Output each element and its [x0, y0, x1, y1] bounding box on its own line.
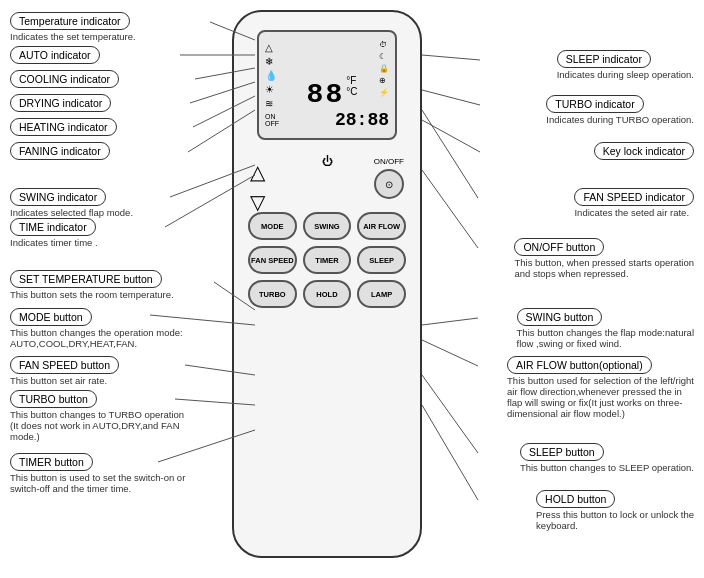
onoff-area: ON/OFF ⊙: [374, 157, 404, 199]
on-indicator: ON OFF: [265, 113, 279, 127]
sleep-button[interactable]: SLEEP: [357, 246, 406, 274]
set-temp-pill: SET TEMPERATURE button: [10, 270, 162, 288]
cooling-indicator-label: COOLING indicator: [10, 70, 119, 88]
turbo-pill: TURBO button: [10, 390, 97, 408]
hold-button-label: HOLD button Press this button to lock or…: [536, 490, 694, 531]
sleep-indicator-pill: SLEEP indicator: [557, 50, 651, 68]
diagram-container: △ ❄ 💧 ☀ ≋ ⏱ ☾ 🔒 ⊕ ⚡ 88 °F °C: [0, 0, 704, 578]
svg-line-17: [422, 170, 478, 248]
power-symbol: ⏻: [322, 155, 333, 167]
onoff-button-label: ON/OFF button This button, when pressed …: [514, 238, 694, 279]
sun-icon: ☀: [265, 84, 277, 95]
svg-line-13: [422, 55, 480, 60]
turbo-indicator-pill: TURBO indicator: [546, 95, 643, 113]
svg-line-20: [422, 375, 478, 453]
faning-indicator-pill: FANING indicator: [10, 142, 110, 160]
turbo-button[interactable]: TURBO: [248, 280, 297, 308]
nav-arrows: △ ▽: [250, 160, 265, 214]
hold-desc: Press this button to lock or unlock thek…: [536, 509, 694, 531]
onoff-pill: ON/OFF button: [514, 238, 604, 256]
turbo-indicator-label: TURBO indicator Indicates during TURBO o…: [546, 95, 694, 125]
clock-icon: ⏱: [379, 40, 389, 49]
swing-indicator-pill: SWING indicator: [10, 188, 106, 206]
auto-indicator-pill: AUTO indicator: [10, 46, 100, 64]
timer-button[interactable]: TIMER: [303, 246, 352, 274]
sleep-button-pill: SLEEP button: [520, 443, 604, 461]
onoff-button[interactable]: ⊙: [374, 169, 404, 199]
turbo-desc: This button changes to TURBO operation(I…: [10, 409, 184, 442]
key-lock-indicator-label: Key lock indicator: [594, 142, 694, 160]
mode-button[interactable]: MODE: [248, 212, 297, 240]
drying-indicator-pill: DRYING indicator: [10, 94, 111, 112]
airflow-button-label: AIR FLOW button(optional) This button us…: [507, 356, 694, 419]
faning-indicator-label: FANING indicator: [10, 142, 110, 160]
snowflake-icon: ❄: [265, 56, 277, 67]
fan-speed-indicator-label: FAN SPEED indicator Indicates the seted …: [574, 188, 694, 218]
hold-button[interactable]: HOLD: [303, 280, 352, 308]
lock-icon: 🔒: [379, 64, 389, 73]
time-display: 28:88: [335, 110, 389, 130]
unit-c: °C: [346, 86, 357, 97]
sleep-indicator-desc: Indicates during sleep operation.: [557, 69, 694, 80]
airflow-pill: AIR FLOW button(optional): [507, 356, 652, 374]
water-icon: 💧: [265, 70, 277, 81]
remote-body: △ ❄ 💧 ☀ ≋ ⏱ ☾ 🔒 ⊕ ⚡ 88 °F °C: [232, 10, 422, 558]
key-lock-pill: Key lock indicator: [594, 142, 694, 160]
airflow-button[interactable]: AIR FLOW: [357, 212, 406, 240]
svg-line-15: [422, 120, 480, 152]
sleep-indicator-label: SLEEP indicator Indicates during sleep o…: [557, 50, 694, 80]
wind-icon: ≋: [265, 98, 277, 109]
onoff-dots: ⊙: [385, 179, 393, 190]
temp-display: 88: [307, 79, 345, 110]
temp-indicator-pill: Temperature indicator: [10, 12, 130, 30]
moon-icon: ☾: [379, 52, 389, 61]
sleep-button-label: SLEEP button This button changes to SLEE…: [520, 443, 694, 473]
onoff-label: ON/OFF: [374, 157, 404, 166]
display-screen: △ ❄ 💧 ☀ ≋ ⏱ ☾ 🔒 ⊕ ⚡ 88 °F °C: [257, 30, 397, 140]
triangle-icon: △: [265, 42, 277, 53]
swing-button-pill: SWING button: [517, 308, 603, 326]
svg-line-19: [422, 340, 478, 366]
fan-speed-button-label: FAN SPEED button This button set air rat…: [10, 356, 119, 386]
hold-pill: HOLD button: [536, 490, 615, 508]
up-arrow[interactable]: △: [250, 160, 265, 184]
mode-desc: This button changes the operation mode:A…: [10, 327, 183, 349]
svg-line-16: [422, 110, 478, 198]
lamp-button[interactable]: LAMP: [357, 280, 406, 308]
button-grid: MODE SWING AIR FLOW FAN SPEED TIMER SLEE…: [248, 212, 406, 308]
swing-button[interactable]: SWING: [303, 212, 352, 240]
cooling-indicator-pill: COOLING indicator: [10, 70, 119, 88]
temperature-indicator-label: Temperature indicator Indicates the set …: [10, 12, 136, 42]
time-indicator-desc: Indicates timer time .: [10, 237, 98, 248]
airflow-desc: This button used for selection of the le…: [507, 375, 694, 419]
auto-indicator-label: AUTO indicator: [10, 46, 100, 64]
fan-speed-pill: FAN SPEED button: [10, 356, 119, 374]
timer-desc: This button is used to set the switch-on…: [10, 472, 185, 494]
heating-indicator-label: HEATING indicator: [10, 118, 117, 136]
display-left-icons: △ ❄ 💧 ☀ ≋: [265, 42, 277, 109]
swing-indicator-desc: Indicates selected flap mode.: [10, 207, 133, 218]
down-arrow[interactable]: ▽: [250, 190, 265, 214]
svg-line-14: [422, 90, 480, 105]
timer-button-label: TIMER button This button is used to set …: [10, 453, 185, 494]
time-indicator-pill: TIME indicator: [10, 218, 96, 236]
time-indicator-label: TIME indicator Indicates timer time .: [10, 218, 98, 248]
fan-speed-indicator-desc: Indicates the seted air rate.: [574, 207, 694, 218]
heating-indicator-pill: HEATING indicator: [10, 118, 117, 136]
fanspeed-button[interactable]: FAN SPEED: [248, 246, 297, 274]
swing-button-desc: This button changes the flap mode:natura…: [517, 327, 694, 349]
unit-f: °F: [346, 75, 357, 86]
set-temp-desc: This button sets the room temperature.: [10, 289, 174, 300]
onoff-desc: This button, when pressed starts operati…: [514, 257, 694, 279]
mode-button-label: MODE button This button changes the oper…: [10, 308, 183, 349]
fan-icon: ⊕: [379, 76, 389, 85]
svg-line-21: [422, 405, 478, 500]
svg-line-18: [422, 318, 478, 325]
display-right-icons: ⏱ ☾ 🔒 ⊕ ⚡: [379, 40, 389, 97]
drying-indicator-label: DRYING indicator: [10, 94, 111, 112]
mode-pill: MODE button: [10, 308, 92, 326]
temp-indicator-desc: Indicates the set temperature.: [10, 31, 136, 42]
turbo-button-label: TURBO button This button changes to TURB…: [10, 390, 184, 442]
timer-pill: TIMER button: [10, 453, 93, 471]
fan-speed-indicator-pill: FAN SPEED indicator: [574, 188, 694, 206]
